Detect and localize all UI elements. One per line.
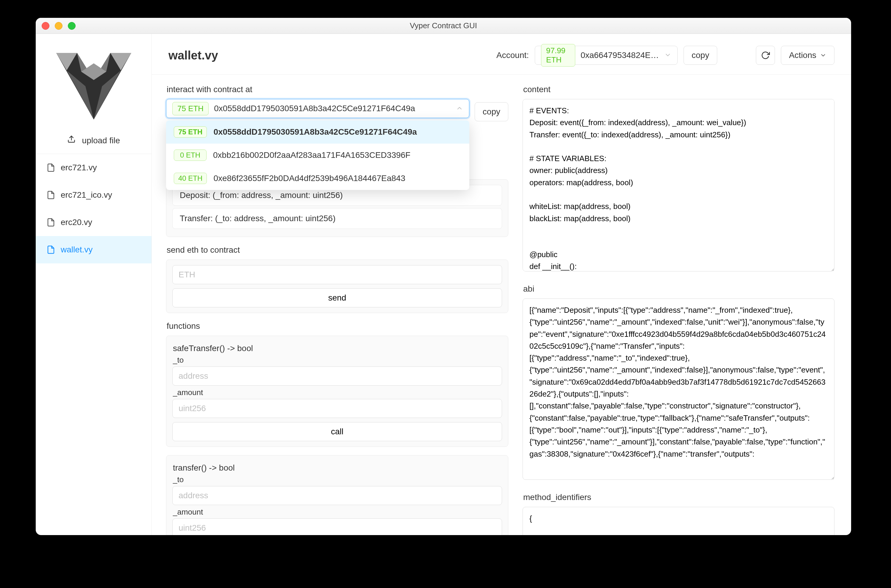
sidebar: upload file erc721.vy erc721_ico.vy erc2… [36,34,152,535]
option-address: 0xe86f23655fF2b0DAd4df2539b496A184467Ea8… [214,174,405,183]
vyper-logo [49,38,138,127]
file-icon [47,245,55,254]
function-input-to[interactable] [172,366,502,386]
method-identifiers-textarea[interactable] [522,507,834,535]
send-eth-section-label: send eth to contract [167,245,508,255]
contract-address-select[interactable]: 75 ETH 0x0558ddD1795030591A8b3a42C5Ce912… [166,99,469,118]
upload-icon [67,136,78,145]
contract-address-dropdown: 75 ETH 0x0558ddD1795030591A8b3a42C5Ce912… [166,120,469,190]
traffic-maximize-button[interactable] [68,22,75,30]
contract-option[interactable]: 40 ETH 0xe86f23655fF2b0DAd4df2539b496A18… [166,167,469,190]
function-call-button[interactable]: call [172,422,502,441]
call-label: call [331,427,343,436]
file-icon [47,218,55,227]
function-signature: safeTransfer() -> bool [173,344,501,353]
window-title: Vyper Contract GUI [410,21,477,30]
option-address: 0x0558ddD1795030591A8b3a42C5Ce91271F64C4… [214,127,417,137]
function-signature: transfer() -> bool [173,463,501,472]
file-icon [47,163,55,172]
functions-section-label: functions [167,321,508,331]
eth-badge: 40 ETH [174,173,207,184]
abi-section-label: abi [523,284,834,294]
file-item-erc721-ico[interactable]: erc721_ico.vy [36,182,152,208]
file-item-label: wallet.vy [61,245,93,255]
refresh-icon [761,51,770,60]
copy-label: copy [692,51,709,60]
function-input-label: _to [173,475,501,484]
send-button-label: send [328,293,346,302]
file-item-label: erc20.vy [61,218,92,227]
file-item-wallet[interactable]: wallet.vy [36,236,152,263]
send-eth-button[interactable]: send [172,288,502,308]
chevron-down-icon [820,52,826,58]
abi-textarea[interactable] [522,298,834,480]
contract-eth-badge: 75 ETH [172,102,209,116]
event-row: Transfer: (_to: address, _amount: uint25… [172,208,502,229]
file-item-label: erc721.vy [61,163,97,172]
file-icon [47,190,55,200]
copy-account-button[interactable]: copy [683,46,717,65]
send-eth-input[interactable] [172,265,502,284]
file-list: erc721.vy erc721_ico.vy erc20.vy wallet.… [36,154,152,263]
send-eth-card: send [166,260,508,313]
account-label: Account: [497,51,529,60]
function-input-label: _to [173,356,501,365]
content-section-label: content [523,85,834,94]
chevron-up-icon [456,105,463,112]
copy-label: copy [483,107,500,117]
upload-file-button[interactable]: upload file [36,127,152,154]
traffic-close-button[interactable] [42,22,50,30]
function-card: safeTransfer() -> bool _to _amount call [166,336,508,447]
upload-file-label: upload file [82,136,120,145]
function-input-amount[interactable] [172,399,502,418]
function-input-label: _amount [173,388,501,397]
actions-dropdown[interactable]: Actions [781,46,834,65]
method-identifiers-section-label: method_identifiers [523,493,834,502]
file-item-label: erc721_ico.vy [61,190,112,200]
account-address: 0xa66479534824E… [581,51,659,60]
account-select[interactable]: 97.99 ETH 0xa66479534824E… [535,46,677,65]
file-item-erc20[interactable]: erc20.vy [36,208,152,236]
function-input-label: _amount [173,507,501,517]
window-titlebar: Vyper Contract GUI [36,18,851,34]
function-input-to[interactable] [172,486,502,505]
content-textarea[interactable] [522,99,834,272]
eth-badge: 0 ETH [174,150,206,161]
interact-section-label: interact with contract at [167,85,508,94]
option-address: 0xbb216b002D0f2aaAf283aa171F4A1653CED339… [213,150,410,160]
page-header: wallet.vy Account: 97.99 ETH 0xa66479534… [152,34,851,75]
refresh-button[interactable] [756,46,775,65]
chevron-down-icon [664,51,671,60]
contract-option[interactable]: 75 ETH 0x0558ddD1795030591A8b3a42C5Ce912… [166,120,469,144]
actions-label: Actions [789,51,816,60]
function-card: transfer() -> bool _to _amount call [166,455,508,535]
function-input-amount[interactable] [172,519,502,535]
traffic-minimize-button[interactable] [55,22,63,30]
app-window: Vyper Contract GUI [36,18,851,535]
contract-option[interactable]: 0 ETH 0xbb216b002D0f2aaAf283aa171F4A1653… [166,144,469,167]
eth-badge: 75 ETH [174,126,207,138]
contract-address-value: 0x0558ddD1795030591A8b3a42C5Ce91271F64C4… [214,104,415,113]
copy-contract-address-button[interactable]: copy [475,102,508,121]
page-title: wallet.vy [169,49,218,62]
file-item-erc721[interactable]: erc721.vy [36,154,152,182]
account-eth-badge: 97.99 ETH [541,44,575,67]
